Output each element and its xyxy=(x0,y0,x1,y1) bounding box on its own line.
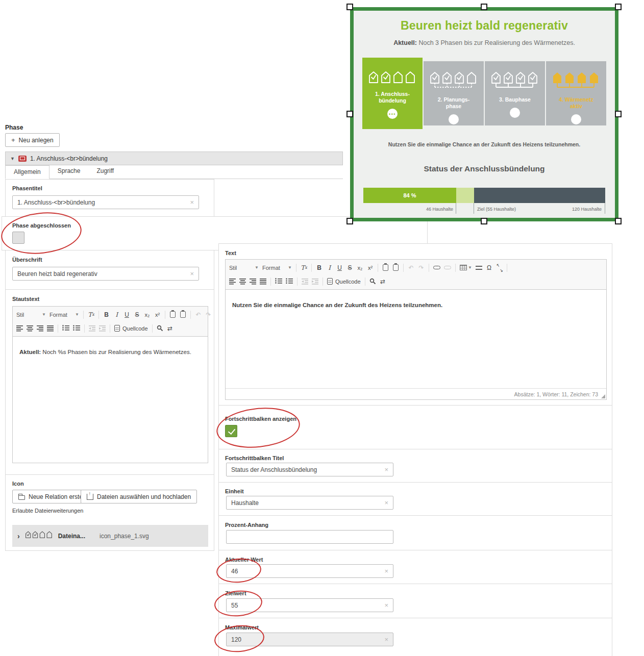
clear-icon[interactable]: × xyxy=(384,636,388,643)
indent-icon[interactable] xyxy=(97,323,107,334)
clear-icon[interactable]: × xyxy=(190,199,194,206)
style-dropdown[interactable]: Stil▼ xyxy=(228,262,260,273)
rte-status-bar: Absätze: 1, Wörter: 11, Zeichen: 73 xyxy=(226,388,606,399)
text-editor[interactable]: Nutzen Sie die einmalige Chance an der Z… xyxy=(226,290,606,321)
outdent-icon[interactable] xyxy=(300,276,310,287)
selection-handle[interactable] xyxy=(481,4,487,10)
paste-from-word-icon[interactable] xyxy=(178,309,188,320)
italic-icon[interactable]: I xyxy=(325,262,334,273)
aktueller-wert-input[interactable]: 46 × xyxy=(226,564,393,578)
table-icon[interactable]: ▼ xyxy=(458,262,474,273)
numbered-list-icon[interactable] xyxy=(274,276,284,287)
subscript-icon[interactable]: x₂ xyxy=(355,262,365,273)
format-dropdown[interactable]: Format▼ xyxy=(48,309,81,320)
align-justify-icon[interactable] xyxy=(258,276,268,287)
source-code-button[interactable]: Quellcode xyxy=(326,276,362,287)
superscript-icon[interactable]: x² xyxy=(153,309,162,320)
italic-icon[interactable]: I xyxy=(112,309,121,320)
clear-icon[interactable]: × xyxy=(384,568,388,574)
preview-note: Nutzen Sie die einmalige Chance an der Z… xyxy=(354,141,615,147)
format-dropdown[interactable]: Format▼ xyxy=(261,262,293,273)
redo-icon[interactable]: ↷ xyxy=(204,309,213,320)
outdent-icon[interactable] xyxy=(87,323,97,334)
expand-caret-icon[interactable]: › xyxy=(17,532,20,540)
selection-handle[interactable] xyxy=(346,111,353,117)
aktueller-wert-label: Aktueller Wert xyxy=(225,557,263,563)
search-icon[interactable] xyxy=(155,323,165,334)
selection-handle[interactable] xyxy=(615,218,622,224)
align-center-icon[interactable] xyxy=(238,276,247,287)
clear-icon[interactable]: × xyxy=(384,466,388,473)
remove-format-icon[interactable]: Tx xyxy=(86,309,96,320)
indent-icon[interactable] xyxy=(310,276,320,287)
underline-icon[interactable]: U xyxy=(122,309,132,320)
phasentitel-section: Phasentitel 1. Anschluss-<br>bündelung × xyxy=(5,179,214,217)
undo-icon[interactable]: ↶ xyxy=(193,309,203,320)
maximize-icon[interactable] xyxy=(494,262,504,273)
undo-icon[interactable]: ↶ xyxy=(406,262,416,273)
link-icon[interactable] xyxy=(432,262,442,273)
align-left-icon[interactable] xyxy=(228,276,237,287)
superscript-icon[interactable]: x² xyxy=(365,262,375,273)
bold-icon[interactable]: B xyxy=(314,262,324,273)
bullet-list-icon[interactable] xyxy=(284,276,294,287)
replace-icon[interactable]: ⇄ xyxy=(165,323,175,334)
selection-handle[interactable] xyxy=(481,218,487,224)
bullet-list-icon[interactable] xyxy=(71,323,82,334)
selection-handle[interactable] xyxy=(615,111,622,117)
selection-handle[interactable] xyxy=(615,4,622,10)
zielwert-input[interactable]: 55 × xyxy=(226,598,393,612)
zielwert-section: Zielwert 55 × xyxy=(218,584,612,618)
strikethrough-icon[interactable]: S xyxy=(132,309,142,320)
upload-files-button[interactable]: Dateien auswählen und hochladen xyxy=(81,490,197,503)
selection-handle[interactable] xyxy=(346,4,353,10)
align-right-icon[interactable] xyxy=(248,276,258,287)
new-phase-button[interactable]: + Neu anlegen xyxy=(5,133,60,147)
selection-handle[interactable] xyxy=(346,218,353,224)
strikethrough-icon[interactable]: S xyxy=(345,262,355,273)
search-icon[interactable] xyxy=(368,276,378,287)
fortschritt-anzeigen-checkbox[interactable] xyxy=(225,425,237,437)
underline-icon[interactable]: U xyxy=(335,262,344,273)
fortschritt-titel-input[interactable]: Status der Anschlussbündelung × xyxy=(226,463,393,476)
special-character-icon[interactable]: Ω xyxy=(484,262,494,273)
style-dropdown[interactable]: Stil▼ xyxy=(15,309,47,320)
phase-panel-header[interactable]: ▼ 1. Anschluss-<br>bündelung xyxy=(5,152,343,165)
paste-icon[interactable] xyxy=(381,262,390,273)
frontend-preview[interactable]: Beuren heizt bald regenerativ Aktuell: N… xyxy=(350,7,618,221)
clear-icon[interactable]: × xyxy=(384,499,388,506)
redo-icon[interactable]: ↷ xyxy=(416,262,426,273)
file-row[interactable]: › Dateina... icon_phase_1.svg xyxy=(12,525,208,547)
paste-icon[interactable] xyxy=(168,309,178,320)
resize-grip-icon[interactable] xyxy=(601,394,605,398)
einheit-input[interactable]: Haushalte × xyxy=(226,496,393,510)
paste-from-word-icon[interactable] xyxy=(391,262,401,273)
align-right-icon[interactable] xyxy=(35,323,45,334)
prozent-anhang-input[interactable] xyxy=(226,530,393,544)
maximalwert-input[interactable]: 120 × xyxy=(226,633,393,646)
remove-format-icon[interactable]: Tx xyxy=(299,262,309,273)
tab-zugriff[interactable]: Zugriff xyxy=(88,165,122,179)
stautstext-section: Stautstext Stil▼Format▼TxBIUSx₂x²↶↷ Quel… xyxy=(5,289,214,475)
stautstext-editor[interactable]: Aktuell: Noch %s Phasen bis zur Realisie… xyxy=(13,337,208,368)
subscript-icon[interactable]: x₂ xyxy=(142,309,152,320)
phase-abgeschlossen-checkbox[interactable] xyxy=(12,232,24,244)
align-justify-icon[interactable] xyxy=(45,323,55,334)
replace-icon[interactable]: ⇄ xyxy=(378,276,388,287)
align-left-icon[interactable] xyxy=(15,323,24,334)
horizontal-line-icon[interactable] xyxy=(474,262,484,273)
phase-status-dot xyxy=(449,114,459,124)
clear-icon[interactable]: × xyxy=(384,602,388,609)
collapse-caret-icon[interactable]: ▼ xyxy=(10,156,15,161)
source-code-button[interactable]: Quellcode xyxy=(113,323,150,334)
tab-allgemein[interactable]: Allgemein xyxy=(5,165,49,179)
clear-icon[interactable]: × xyxy=(190,270,194,277)
unlink-icon[interactable] xyxy=(442,262,453,273)
bold-icon[interactable]: B xyxy=(102,309,111,320)
numbered-list-icon[interactable] xyxy=(61,323,71,334)
preview-subtitle: Aktuell: Noch 3 Phasen bis zur Realisier… xyxy=(354,39,615,46)
ueberschrift-input[interactable]: Beuren heizt bald regenerativ × xyxy=(12,267,199,281)
phasentitel-input[interactable]: 1. Anschluss-<br>bündelung × xyxy=(12,195,199,209)
tab-sprache[interactable]: Sprache xyxy=(49,165,89,179)
align-center-icon[interactable] xyxy=(25,323,35,334)
